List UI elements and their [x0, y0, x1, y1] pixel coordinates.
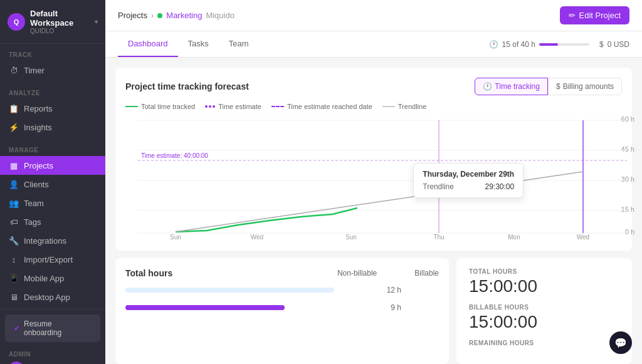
svg-text:0 h: 0 h — [625, 228, 634, 236]
progress-text: 15 of 40 h — [502, 40, 535, 49]
sidebar-item-timer[interactable]: ⏱ Timer — [0, 61, 105, 80]
workspace-sub: QUIDLO — [30, 28, 90, 34]
sidebar: Q Default Workspace QUIDLO ▾ TRACK ⏱ Tim… — [0, 0, 105, 364]
clock-icon: 🕐 — [489, 40, 498, 49]
bar-1 — [125, 288, 334, 293]
project-status-dot — [157, 13, 162, 18]
sidebar-item-mobile-app[interactable]: 📱 Mobile App — [0, 269, 105, 288]
workspace-chevron-icon: ▾ — [95, 18, 98, 25]
remaining-hours-stat-label: REMAINING HOURS — [469, 340, 619, 346]
resume-onboarding-button[interactable]: ✔ Resume onboarding — [5, 315, 100, 342]
chart-header: Project time tracking forecast 🕐 Time tr… — [125, 78, 622, 95]
team-icon: 👥 — [9, 198, 19, 208]
track-section: TRACK ⏱ Timer — [0, 44, 105, 82]
chart-toggle-group: 🕐 Time tracking $ Billing amounts — [475, 78, 622, 95]
progress-bar-fill — [539, 43, 558, 46]
bar-area-1 — [125, 288, 387, 293]
sidebar-item-integrations[interactable]: 🔧 Integrations — [0, 231, 105, 250]
svg-text:60 h: 60 h — [621, 115, 634, 123]
legend-time-estimate: Time estimate — [205, 103, 261, 110]
clients-icon: 👤 — [9, 179, 19, 189]
mobile-app-icon: 📱 — [9, 273, 19, 283]
topbar: Projects › Marketing Miquido ✏ Edit Proj… — [105, 0, 642, 31]
workspace-name: Default Workspace — [30, 9, 90, 28]
hours-columns: Non-billable Billable — [337, 269, 439, 278]
sidebar-item-insights[interactable]: ⚡ Insights — [0, 118, 105, 137]
hours-val-row-2: 9 h — [391, 303, 439, 312]
svg-text:12/25: 12/25 — [343, 240, 359, 241]
hours-val-row-1: 12 h — [387, 286, 439, 294]
svg-text:12/18: 12/18 — [167, 240, 183, 241]
svg-text:1/2: 1/2 — [510, 240, 518, 241]
nav-tabs: Dashboard Tasks Team 🕐 15 of 40 h $ 0 US… — [105, 31, 642, 58]
svg-text:12/21: 12/21 — [249, 240, 265, 241]
legend-total-tracked: Total time tracked — [125, 103, 195, 110]
workspace-logo: Q — [8, 13, 25, 31]
manage-label: MANAGE — [0, 145, 105, 156]
workspace-header[interactable]: Q Default Workspace QUIDLO ▾ — [0, 0, 105, 44]
dollar-icon: $ — [599, 40, 604, 49]
bar-2 — [125, 305, 285, 310]
non-billable-val-1: 12 h — [387, 286, 401, 294]
admin-label: ADMIN — [0, 350, 105, 360]
svg-text:12/29: 12/29 — [431, 240, 446, 241]
sidebar-item-tags[interactable]: 🏷 Tags — [0, 212, 105, 231]
billable-label: Billable — [414, 269, 439, 278]
total-hours-title: Total hours — [125, 268, 172, 278]
chart-svg: 60 h 45 h 30 h 15 h 0 h Time estimate: 4… — [125, 115, 639, 241]
chat-bubble-button[interactable]: 💬 — [609, 331, 632, 354]
svg-text:1/4: 1/4 — [579, 240, 587, 241]
stat-billable-hours: BILLABLE HOURS 15:00:00 — [469, 304, 619, 332]
tab-group: Dashboard Tasks Team — [118, 31, 259, 57]
toggle-billing-amounts[interactable]: $ Billing amounts — [548, 78, 622, 95]
breadcrumb-projects[interactable]: Projects — [118, 11, 147, 20]
svg-text:15 h: 15 h — [621, 205, 634, 213]
chart-card: Project time tracking forecast 🕐 Time tr… — [115, 68, 632, 251]
integrations-icon: 🔧 — [9, 236, 19, 246]
analyze-section: ANALYZE 📋 Reports ⚡ Insights — [0, 82, 105, 139]
clock-small-icon: 🕐 — [483, 82, 492, 91]
billable-hours-stat-label: BILLABLE HOURS — [469, 304, 619, 311]
tab-dashboard[interactable]: Dashboard — [118, 31, 178, 57]
import-export-icon: ↕ — [9, 254, 19, 264]
total-hours-stat-label: TOTAL HOURS — [469, 268, 619, 275]
tags-icon: 🏷 — [9, 217, 19, 227]
toggle-time-tracking[interactable]: 🕐 Time tracking — [475, 78, 548, 95]
legend-green-line — [125, 106, 138, 107]
analyze-label: ANALYZE — [0, 88, 105, 99]
desktop-app-icon: 🖥 — [9, 292, 19, 302]
breadcrumb-separator: › — [151, 11, 154, 20]
breadcrumb-marketing[interactable]: Marketing — [166, 11, 202, 20]
tab-tasks[interactable]: Tasks — [178, 31, 219, 57]
sidebar-item-desktop-app[interactable]: 🖥 Desktop App — [0, 288, 105, 306]
sidebar-item-import-export[interactable]: ↕ Import/Export — [0, 250, 105, 269]
svg-text:Time estimate: 40:00:00: Time estimate: 40:00:00 — [141, 152, 208, 159]
sidebar-item-clients[interactable]: 👤 Clients — [0, 175, 105, 194]
hours-row-1: 12 h — [125, 286, 439, 294]
chart-wrapper: 60 h 45 h 30 h 15 h 0 h Time estimate: 4… — [125, 115, 622, 241]
legend-dots — [205, 105, 215, 108]
manage-section: MANAGE ▦ Projects 👤 Clients 👥 Team 🏷 Tag… — [0, 139, 105, 309]
total-hours-card: Total hours Non-billable Billable 12 h — [115, 258, 449, 364]
sidebar-item-reports[interactable]: 📋 Reports — [0, 99, 105, 118]
edit-project-button[interactable]: ✏ Edit Project — [560, 6, 629, 24]
stat-remaining-hours: REMAINING HOURS — [469, 340, 619, 346]
main-content: Projects › Marketing Miquido ✏ Edit Proj… — [105, 0, 642, 364]
breadcrumb-miquido: Miquido — [206, 11, 234, 20]
budget-info: $ 0 USD — [599, 40, 629, 49]
sidebar-item-team[interactable]: 👥 Team — [0, 194, 105, 212]
tab-team[interactable]: Team — [219, 31, 259, 57]
billable-hours-stat-value: 15:00:00 — [469, 312, 619, 332]
hours-row-2: 9 h — [125, 303, 439, 312]
time-progress: 🕐 15 of 40 h — [489, 40, 589, 49]
stats-card: TOTAL HOURS 15:00:00 BILLABLE HOURS 15:0… — [456, 258, 632, 364]
budget-text: 0 USD — [608, 40, 629, 49]
chat-icon: 💬 — [614, 337, 627, 349]
non-billable-label: Non-billable — [337, 269, 377, 278]
chart-title: Project time tracking forecast — [125, 81, 249, 91]
workspace-info: Default Workspace QUIDLO — [30, 9, 90, 34]
dollar-small-icon: $ — [556, 82, 560, 91]
svg-text:45 h: 45 h — [621, 145, 634, 153]
stat-total-hours: TOTAL HOURS 15:00:00 — [469, 268, 619, 296]
sidebar-item-projects[interactable]: ▦ Projects — [0, 156, 105, 175]
